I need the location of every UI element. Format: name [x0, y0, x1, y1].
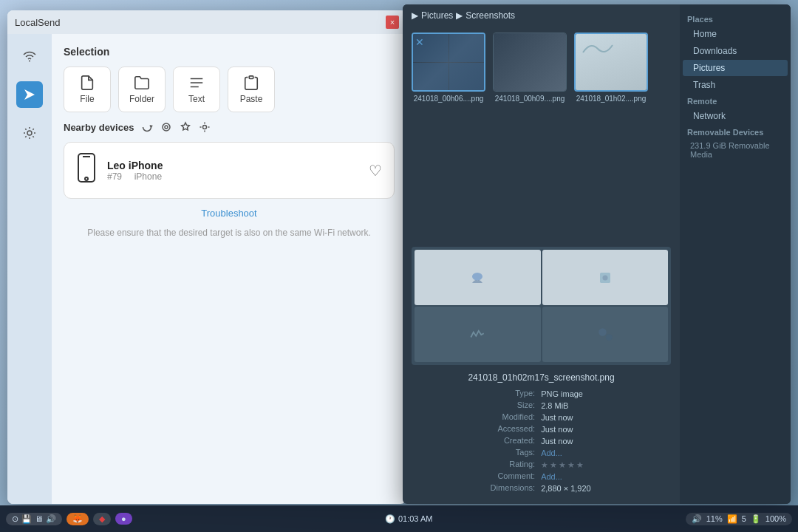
file-thumb-2[interactable]: [493, 33, 567, 92]
folder-button[interactable]: Folder: [118, 66, 166, 112]
type-value: PNG image: [541, 389, 669, 399]
localsend-body: Selection File Folder Text: [7, 34, 406, 504]
accessed-value: Just now: [541, 424, 669, 434]
breadcrumb-sep: ▶: [456, 10, 463, 21]
paste-button[interactable]: Paste: [228, 66, 275, 112]
wifi-icon[interactable]: [16, 43, 43, 69]
star-2[interactable]: ★: [550, 460, 557, 470]
svg-point-7: [163, 123, 170, 131]
selection-label: Selection: [64, 46, 395, 58]
firefox-icon: 🦊: [72, 514, 83, 524]
svg-point-8: [165, 126, 168, 129]
modified-value: Just now: [541, 412, 669, 423]
file-thumb-1[interactable]: ✕: [412, 33, 485, 92]
tags-value[interactable]: Add...: [541, 448, 669, 458]
heart-icon[interactable]: ♡: [369, 162, 382, 180]
breadcrumb-root: ▶: [412, 10, 418, 21]
network-label: 5: [742, 514, 746, 523]
tags-label: Tags:: [413, 448, 539, 458]
localsend-sidebar: [7, 34, 52, 504]
send-icon[interactable]: [16, 81, 43, 108]
taskbar-system-icons[interactable]: ⊙ 💾 🖥 🔊: [6, 513, 62, 525]
rating-value: ★ ★ ★ ★ ★: [541, 460, 669, 470]
file-thumb-3[interactable]: [574, 33, 648, 92]
close-button[interactable]: ×: [386, 16, 399, 29]
svg-point-13: [472, 273, 482, 281]
sidebar-item-downloads[interactable]: Downloads: [683, 43, 788, 59]
troubleshoot-link[interactable]: Troubleshoot: [64, 208, 395, 219]
preview-grid: [412, 247, 671, 365]
preview-cell-3: [415, 307, 541, 362]
file-item-1[interactable]: ✕ 241018_00h06....png: [412, 33, 485, 103]
file-item-2[interactable]: 241018_00h09....png: [493, 33, 567, 103]
file-label-1: 241018_00h06....png: [414, 95, 484, 103]
taskbar-app2[interactable]: ◆: [93, 513, 111, 525]
dimensions-value: 2,880 × 1,920: [541, 483, 669, 494]
thumb-preview-3: [576, 34, 647, 90]
taskbar-right: 🔊 11% 📶 5 🔋 100%: [686, 513, 792, 525]
fm-files-area: ✕ 241018_00h06....png 241018_00h09....pn…: [403, 27, 680, 247]
file-item-3[interactable]: 241018_01h02....png: [574, 33, 648, 103]
battery-label: 100%: [765, 514, 786, 523]
fm-breadcrumb: ▶ Pictures ▶ Screenshots: [403, 4, 680, 27]
taskbar: ⊙ 💾 🖥 🔊 🦊 ◆ ● 🕐 01:03 AM 🔊 11% 📶 5 🔋 100…: [0, 505, 798, 532]
refresh-button[interactable]: [141, 121, 153, 133]
svg-point-12: [85, 177, 88, 180]
comment-value[interactable]: Add...: [541, 471, 669, 482]
device-info: Leo iPhone #79 iPhone: [107, 160, 358, 182]
folder-button-label: Folder: [129, 94, 154, 104]
fm-main: ▶ Pictures ▶ Screenshots ✕ 2410: [403, 4, 680, 504]
selection-grid: File Folder Text Paste: [64, 66, 395, 112]
taskbar-app3[interactable]: ●: [115, 513, 132, 525]
text-button-label: Text: [188, 94, 205, 104]
preview-filename: 241018_01h02m17s_screenshot.png: [412, 368, 671, 387]
clock-icon: 🕐: [385, 514, 395, 524]
svg-point-15: [602, 275, 607, 280]
sidebar-item-removable[interactable]: 231.9 GiB Removable Media: [680, 138, 791, 162]
settings-icon[interactable]: [16, 120, 43, 146]
device-meta: #79 iPhone: [107, 171, 358, 182]
svg-marker-1: [24, 89, 35, 100]
sys-tray[interactable]: 🔊 11% 📶 5 🔋 100%: [686, 513, 792, 525]
nearby-devices-label: Nearby devices: [64, 122, 134, 133]
breadcrumb-pictures[interactable]: Pictures: [421, 10, 453, 21]
sidebar-item-network[interactable]: Network: [683, 108, 788, 124]
settings-small-button[interactable]: [199, 121, 211, 133]
localsend-window: LocalSend ×: [7, 10, 406, 504]
taskbar-left: ⊙ 💾 🖥 🔊 🦊 ◆ ●: [6, 513, 132, 525]
fm-preview-panel: 241018_01h02m17s_screenshot.png Type: PN…: [403, 247, 680, 504]
breadcrumb-current[interactable]: Screenshots: [466, 10, 515, 21]
app2-icon: ◆: [99, 514, 105, 524]
text-button[interactable]: Text: [173, 66, 220, 112]
taskbar-firefox[interactable]: 🦊: [66, 513, 89, 525]
star-5[interactable]: ★: [576, 460, 584, 470]
accessed-label: Accessed:: [413, 424, 539, 434]
discover-button[interactable]: [160, 121, 172, 133]
fm-file-info: 241018_01h02m17s_screenshot.png Type: PN…: [412, 365, 671, 498]
localsend-title: LocalSend: [15, 17, 60, 28]
star-1[interactable]: ★: [541, 460, 548, 470]
star-4[interactable]: ★: [567, 460, 575, 470]
created-label: Created:: [413, 436, 539, 446]
device-card[interactable]: Leo iPhone #79 iPhone ♡: [64, 142, 395, 199]
svg-point-16: [598, 328, 607, 336]
sidebar-item-pictures[interactable]: Pictures: [683, 60, 788, 76]
sidebar-item-home[interactable]: Home: [683, 26, 788, 42]
device-name: Leo iPhone: [107, 160, 358, 171]
volume-icon: 🔊: [692, 514, 702, 524]
rating-label: Rating:: [413, 460, 539, 470]
volume-label: 11%: [706, 514, 723, 523]
svg-rect-6: [249, 76, 253, 79]
svg-point-9: [203, 126, 207, 129]
preview-image: [412, 247, 671, 365]
preview-cell-1: [415, 250, 541, 305]
sidebar-item-trash[interactable]: Trash: [683, 77, 788, 93]
rating-stars[interactable]: ★ ★ ★ ★ ★: [541, 460, 669, 470]
preview-cell-2: [542, 250, 669, 305]
localsend-titlebar: LocalSend ×: [7, 10, 406, 34]
removable-section-label: Removable Devices: [680, 125, 791, 138]
nearby-devices-row: Nearby devices: [64, 121, 395, 133]
favorites-button[interactable]: [180, 121, 191, 133]
star-3[interactable]: ★: [559, 460, 566, 470]
file-button[interactable]: File: [64, 66, 111, 112]
